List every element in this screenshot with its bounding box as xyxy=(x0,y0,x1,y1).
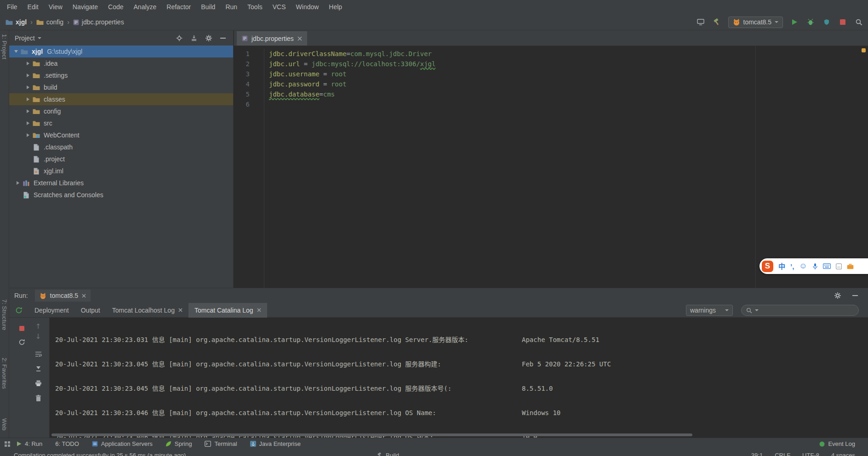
close-tab-icon[interactable] xyxy=(82,294,86,298)
editor-gutter[interactable]: 1 2 3 4 5 6 xyxy=(234,49,264,288)
breadcrumb-project[interactable]: xjgl xyxy=(16,18,27,26)
menu-view[interactable]: View xyxy=(44,0,68,14)
line-separator-widget[interactable]: CRLF xyxy=(775,452,790,456)
chevron-expanded-icon[interactable] xyxy=(13,50,19,53)
tree-item-scratches[interactable]: Scratches and Consoles xyxy=(9,189,233,201)
console-log[interactable]: 20-Jul-2021 21:30:23.031 信息 [main] org.a… xyxy=(55,320,868,438)
tab-output[interactable]: Output xyxy=(75,303,106,318)
event-log-button[interactable]: Event Log xyxy=(819,440,855,447)
tree-item-webcontent[interactable]: WebContent xyxy=(9,129,233,141)
soft-wrap-icon[interactable] xyxy=(34,350,42,358)
breadcrumb-file[interactable]: jdbc.properties xyxy=(82,18,124,26)
caret-position-widget[interactable]: 39:1 xyxy=(751,452,763,456)
menu-build[interactable]: Build xyxy=(196,0,220,14)
breadcrumb-folder[interactable]: config xyxy=(46,18,63,26)
up-stack-trace-icon[interactable]: ↑ xyxy=(34,322,42,331)
tab-deployment[interactable]: Deployment xyxy=(29,303,75,318)
close-tab-icon[interactable] xyxy=(297,36,302,41)
coverage-button[interactable] xyxy=(822,17,831,27)
indent-widget[interactable]: 4 spaces xyxy=(831,452,855,456)
menu-help[interactable]: Help xyxy=(324,0,347,14)
down-stack-trace-icon[interactable]: ↓ xyxy=(34,332,42,341)
restore-layout-icon[interactable] xyxy=(696,17,705,27)
project-view-title[interactable]: Project xyxy=(15,34,35,42)
window-switcher-icon[interactable] xyxy=(5,441,10,447)
tree-item-classpath[interactable]: .classpath xyxy=(9,141,233,153)
tree-item-build[interactable]: build xyxy=(9,81,233,93)
menu-run[interactable]: Run xyxy=(220,0,242,14)
chevron-collapsed-icon[interactable] xyxy=(25,74,31,77)
tool-button-run[interactable]: 4: Run xyxy=(17,440,42,447)
close-tab-icon[interactable] xyxy=(257,308,261,312)
chevron-collapsed-icon[interactable] xyxy=(25,97,31,101)
tree-item-project-file[interactable]: .project xyxy=(9,153,233,165)
run-configuration-select[interactable]: tomcat8.5 xyxy=(728,17,783,28)
rerun-server-button[interactable] xyxy=(9,307,29,314)
settings-gear-icon[interactable] xyxy=(206,35,212,41)
restart-icon[interactable] xyxy=(17,338,26,346)
tree-item-project-root[interactable]: xjgl G:\study\xjgl xyxy=(9,46,233,57)
punctuation-icon[interactable]: ’, xyxy=(790,261,794,272)
chevron-collapsed-icon[interactable] xyxy=(25,121,31,125)
horizontal-scrollbar[interactable] xyxy=(51,433,852,436)
code-editor[interactable]: jdbc.driverClassName=com.mysql.jdbc.Driv… xyxy=(269,49,860,109)
stop-button[interactable] xyxy=(838,17,847,27)
scroll-to-end-icon[interactable] xyxy=(34,365,42,373)
settings-gear-icon[interactable] xyxy=(833,291,842,300)
chevron-collapsed-icon[interactable] xyxy=(25,133,31,137)
run-button[interactable] xyxy=(790,17,799,27)
encoding-widget[interactable]: UTF-8 xyxy=(802,452,819,456)
build-hammer-icon[interactable] xyxy=(712,17,721,27)
tree-item-classes[interactable]: classes xyxy=(9,93,233,105)
close-tab-icon[interactable] xyxy=(178,308,183,312)
log-search-field[interactable] xyxy=(741,305,859,316)
hide-panel-icon[interactable] xyxy=(220,37,226,39)
menu-file[interactable]: File xyxy=(2,0,23,14)
build-status[interactable]: Build xyxy=(377,452,399,456)
search-everywhere-icon[interactable] xyxy=(854,17,863,27)
keyboard-icon[interactable] xyxy=(823,263,831,269)
chinese-mode-icon[interactable]: 中 xyxy=(778,261,785,272)
tree-item-idea[interactable]: .idea xyxy=(9,57,233,69)
stop-button[interactable] xyxy=(17,324,26,332)
tab-tomcat-catalina-log[interactable]: Tomcat Catalina Log xyxy=(188,303,267,318)
emoji-icon[interactable]: ☺ xyxy=(799,262,807,271)
chevron-collapsed-icon[interactable] xyxy=(25,109,31,113)
run-content-tab-tomcat[interactable]: tomcat8.5 xyxy=(35,290,91,302)
locate-file-icon[interactable] xyxy=(176,35,183,41)
tree-item-external-libraries[interactable]: External Libraries xyxy=(9,177,233,189)
hide-panel-icon[interactable] xyxy=(851,291,860,300)
collapse-all-icon[interactable] xyxy=(191,35,197,41)
tool-button-spring[interactable]: Spring xyxy=(166,440,192,447)
chevron-collapsed-icon[interactable] xyxy=(25,86,31,89)
menu-analyze[interactable]: Analyze xyxy=(129,0,162,14)
menu-edit[interactable]: Edit xyxy=(23,0,44,14)
menu-refactor[interactable]: Refactor xyxy=(161,0,196,14)
status-message[interactable]: Compilation completed successfully in 25… xyxy=(14,452,186,456)
tool-button-terminal[interactable]: Terminal xyxy=(205,440,237,447)
tool-button-application-servers[interactable]: Application Servers xyxy=(92,440,153,447)
menu-code[interactable]: Code xyxy=(103,0,128,14)
editor-tab-jdbc-properties[interactable]: jdbc.properties xyxy=(237,31,307,46)
log-level-filter[interactable]: warnings xyxy=(686,305,733,316)
chevron-collapsed-icon[interactable] xyxy=(25,62,31,65)
tool-button-java-enterprise[interactable]: Java Enterprise xyxy=(250,440,301,447)
menu-tools[interactable]: Tools xyxy=(242,0,268,14)
debug-button[interactable] xyxy=(806,17,815,27)
tree-item-iml[interactable]: xjgl.iml xyxy=(9,165,233,177)
sogou-logo[interactable]: S xyxy=(762,261,773,272)
tree-item-settings[interactable]: .settings xyxy=(9,69,233,81)
stripe-favorites-button[interactable]: 2: Favorites xyxy=(1,358,8,389)
inspection-marker[interactable] xyxy=(862,48,866,52)
toolbox-icon[interactable] xyxy=(847,263,854,269)
stripe-structure-button[interactable]: 7: Structure xyxy=(1,299,8,330)
clear-all-icon[interactable] xyxy=(34,394,42,402)
stripe-project-button[interactable]: 1: Project xyxy=(1,34,8,59)
skin-icon[interactable] xyxy=(836,263,842,269)
stripe-web-button[interactable]: Web xyxy=(1,418,8,431)
menu-window[interactable]: Window xyxy=(291,0,324,14)
menu-vcs[interactable]: VCS xyxy=(268,0,291,14)
menu-navigate[interactable]: Navigate xyxy=(68,0,103,14)
mic-icon[interactable] xyxy=(812,263,818,270)
tool-button-todo[interactable]: 6: TODO xyxy=(55,440,79,447)
